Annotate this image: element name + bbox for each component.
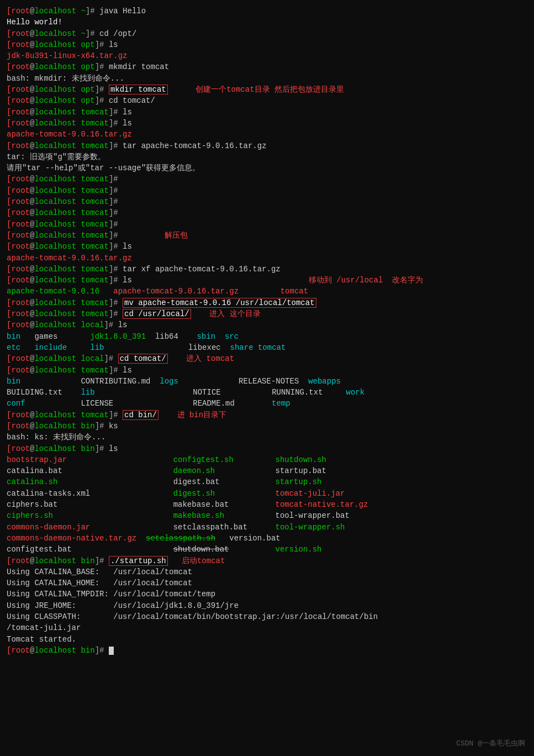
line-34: bin CONTRIBUTING.md logs RELEASE-NOTES w… — [7, 376, 527, 387]
line-17: [root@localhost tomcat]# — [7, 185, 527, 196]
line-24: [root@localhost tomcat]# tar xf apache-t… — [7, 264, 527, 275]
line-11: [root@localhost tomcat]# ls — [7, 118, 527, 129]
prompt-root: [root — [7, 7, 30, 15]
line-43: catalina.sh digest.bat startup.sh — [7, 476, 527, 487]
line-47: commons-daemon.jar setclasspath.bat tool… — [7, 522, 527, 533]
line-27: [root@localhost tomcat]# mv apache-tomca… — [7, 297, 527, 308]
boxed-mv-tomcat: mv apache-tomcat-9.0.16 /usr/local/tomca… — [123, 298, 316, 308]
annot-jieya: 解压包 — [165, 231, 188, 240]
line-20: [root@localhost tomcat]# — [7, 219, 527, 230]
line-1: [root@localhost ~]# java Hello — [7, 6, 527, 17]
line-18: [root@localhost tomcat]# — [7, 196, 527, 207]
line-28: [root@localhost tomcat]# cd /usr/local/ … — [7, 308, 527, 319]
line-29: [root@localhost local]# ls — [7, 319, 527, 330]
annot-enter-dir: 进入 这个目录 — [209, 309, 260, 318]
boxed-cd-local: cd /usr/local/ — [123, 309, 191, 319]
line-26: apache-tomcat-9.0.16 apache-tomcat-9.0.1… — [7, 286, 527, 297]
line-48: commons-daemon-native.tar.gz setclasspat… — [7, 533, 527, 544]
line-9: [root@localhost opt]# cd tomcat/ — [7, 95, 527, 106]
line-7: bash: mkmdir: 未找到命令... — [7, 73, 527, 84]
line-14: tar: 旧选项"g"需要参数。 — [7, 151, 527, 162]
line-23: apache-tomcat-9.0.16.tar.gz — [7, 253, 527, 264]
line-52: Using CATALINA_HOME: /usr/local/tomcat — [7, 578, 527, 589]
line-58: [root@localhost bin]# — [7, 645, 527, 656]
line-56: /tomcat-juli.jar — [7, 622, 527, 633]
line-21: [root@localhost tomcat]# 解压包 — [7, 230, 527, 241]
watermark: CSDN @一条毛毛虫啊 — [456, 739, 525, 749]
line-5: jdk-8u391-linux-x64.tar.gz — [7, 50, 527, 61]
terminal-window: [root@localhost ~]# java Hello Hello wor… — [7, 6, 527, 656]
line-3: [root@localhost ~]# cd /opt/ — [7, 28, 527, 39]
prompt-path: ~ — [81, 7, 85, 15]
prompt-host: localhost — [34, 7, 76, 15]
line-19: [root@localhost tomcat]# — [7, 207, 527, 218]
annot-bin-dir: 进 bin目录下 — [177, 411, 227, 419]
line-22: [root@localhost tomcat]# ls — [7, 241, 527, 252]
line-12: apache-tomcat-9.0.16.tar.gz — [7, 129, 527, 140]
line-6: [root@localhost opt]# mkmdir tomcat — [7, 61, 527, 72]
cursor — [109, 647, 114, 655]
line-15: 请用"tar --help"或"tar --usage"获得更多信息。 — [7, 162, 527, 174]
line-57: Tomcat started. — [7, 634, 527, 645]
line-35: BUILDING.txt lib NOTICE RUNNING.txt work — [7, 387, 527, 398]
boxed-startup: ./startup.sh — [109, 556, 168, 566]
line-16: [root@localhost tomcat]# — [7, 174, 527, 185]
line-25: [root@localhost tomcat]# ls移动到 /usr/loca… — [7, 275, 527, 286]
line-37: [root@localhost tomcat]# cd bin/ 进 bin目录… — [7, 410, 527, 421]
boxed-cd-tomcat: cd tomcat/ — [118, 354, 168, 364]
line-55: Using CLASSPATH: /usr/local/tomcat/bin/b… — [7, 611, 527, 622]
line-53: Using CATALINA_TMPDIR: /usr/local/tomcat… — [7, 589, 527, 600]
annot-move: 移动到 /usr/local 改名字为 — [309, 276, 423, 285]
line-4: [root@localhost opt]# ls — [7, 39, 527, 50]
line-50: [root@localhost bin]# ./startup.sh 启动tom… — [7, 555, 527, 566]
line-2: Hello world! — [7, 17, 527, 28]
cmd-java-hello: java Hello — [99, 7, 146, 15]
line-31: etc include lib libexec share tomcat — [7, 342, 527, 353]
line-45: ciphers.bat makebase.bat tomcat-native.t… — [7, 499, 527, 510]
line-13: [root@localhost tomcat]# tar apache-tomc… — [7, 140, 527, 151]
annot-mkdir: 创建一个tomcat目录 然后把包放进目录里 — [195, 85, 344, 94]
line-8: [root@localhost opt]# mkdir tomcat 创建一个t… — [7, 84, 527, 95]
line-41: bootstrap.jar configtest.sh shutdown.sh — [7, 454, 527, 465]
line-30: bin games jdk1.8.0_391 lib64 sbin src — [7, 331, 527, 342]
prompt-hash: ]# — [86, 7, 99, 15]
line-40: [root@localhost bin]# ls — [7, 443, 527, 454]
annot-enter-tomcat: 进入 tomcat — [186, 354, 234, 363]
line-42: catalina.bat daemon.sh startup.bat — [7, 465, 527, 476]
line-44: catalina-tasks.xml digest.sh tomcat-juli… — [7, 488, 527, 499]
annot-start-tomcat: 启动tomcat — [182, 556, 225, 565]
line-10: [root@localhost tomcat]# ls — [7, 107, 527, 118]
line-38: [root@localhost bin]# ks — [7, 421, 527, 432]
annot-tomcat-name: tomcat — [281, 287, 308, 296]
line-51: Using CATALINA_BASE: /usr/local/tomcat — [7, 566, 527, 578]
line-36: conf LICENSE README.md temp — [7, 398, 527, 409]
line-33: [root@localhost tomcat]# ls — [7, 365, 527, 376]
line-46: ciphers.sh makebase.sh tool-wrapper.bat — [7, 510, 527, 521]
line-32: [root@localhost local]# cd tomcat/ 进入 to… — [7, 353, 527, 364]
line-54: Using JRE_HOME: /usr/local/jdk1.8.0_391/… — [7, 600, 527, 611]
boxed-cd-bin: cd bin/ — [123, 410, 158, 420]
line-49: configtest.bat shutdown.bat version.sh — [7, 544, 527, 555]
boxed-mkdir-tomcat: mkdir tomcat — [109, 85, 168, 95]
line-39: bash: ks: 未找到命令... — [7, 432, 527, 443]
